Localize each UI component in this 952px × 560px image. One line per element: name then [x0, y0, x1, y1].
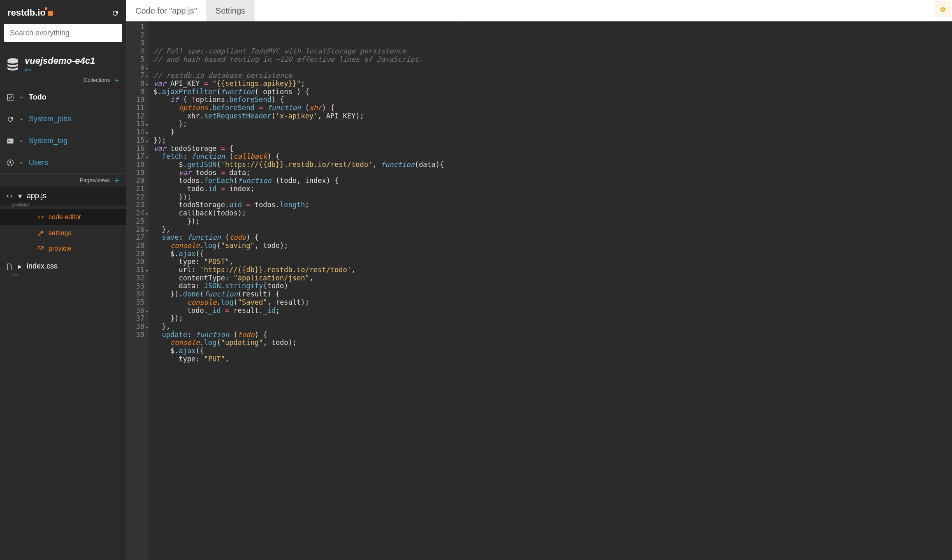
line-number: 11 [129, 104, 144, 112]
code-line [153, 64, 952, 72]
page-label: index.css [27, 262, 58, 271]
fold-marker-icon[interactable]: ▼ [146, 154, 148, 162]
line-number: 34 [129, 290, 144, 299]
line-number: 1 [129, 23, 144, 31]
page-subnav-preview[interactable]: preview [0, 241, 126, 257]
chevron-right-icon: ▸ [18, 262, 22, 271]
page-subnav-code-editor[interactable]: code editor [0, 209, 126, 225]
line-number: 15▼ [129, 137, 144, 145]
line-number: 32 [129, 274, 144, 282]
sidebar: restdb.io vuejsdemo-e4c1 pro Collections… [0, 0, 126, 560]
fold-marker-icon[interactable]: ▼ [146, 121, 148, 130]
line-number: 27 [129, 234, 144, 242]
sidebar-collection-users[interactable]: ▸Users [0, 152, 126, 174]
tab-code-for-app-js-[interactable]: Code for "app.js" [126, 0, 207, 21]
code-line: options.beforeSend = function (xhr) { [153, 104, 952, 112]
line-number: 8▼ [129, 80, 144, 88]
line-number: 20 [129, 177, 144, 185]
database-header[interactable]: vuejsdemo-e4c1 pro [0, 48, 126, 74]
fold-marker-icon[interactable]: ▼ [146, 211, 148, 219]
line-number: 33 [129, 282, 144, 291]
code-line: }); [153, 315, 952, 323]
line-number: 2 [129, 31, 144, 39]
main-area: Code for "app.js"Settings 123456▼7▼8▼910… [126, 0, 952, 560]
brand-text: restdb.io [7, 7, 46, 18]
line-number: 39 [129, 331, 144, 339]
code-line: $.ajaxPrefilter(function( options ) { [153, 88, 952, 96]
code-line: // Full spec-compliant TodoMVC with loca… [153, 47, 952, 56]
code-line: if ( !options.beforeSend) { [153, 96, 952, 104]
chevron-right-icon: ▸ [21, 160, 23, 165]
fold-marker-icon[interactable]: ▼ [146, 138, 148, 146]
fold-marker-icon[interactable]: ▼ [146, 130, 148, 138]
code-line: console.log("Saved", result); [153, 299, 952, 307]
code-line: }); [153, 193, 952, 201]
add-page-button[interactable] [113, 176, 121, 184]
pages-label: Pages/views [80, 177, 110, 183]
line-number: 23 [129, 201, 144, 209]
code-line: save: function (todo) { [153, 234, 952, 242]
code-editor[interactable]: 123456▼7▼8▼910111213▼14▼15▼1617▼18192021… [126, 21, 952, 560]
check-icon [6, 93, 15, 101]
add-collection-button[interactable] [113, 76, 121, 84]
line-number: 17▼ [129, 153, 144, 161]
line-number: 24▼ [129, 209, 144, 218]
subnav-label: code editor [49, 213, 81, 221]
line-number: 29 [129, 250, 144, 258]
fold-marker-icon[interactable]: ▼ [146, 267, 148, 275]
refresh-icon[interactable] [111, 8, 119, 18]
line-number: 13▼ [129, 120, 144, 128]
sidebar-collection-todo[interactable]: ▸Todo [0, 86, 126, 108]
search-input[interactable] [4, 24, 122, 42]
code-line: todos.forEach(function (todo, index) { [153, 177, 952, 185]
code-line: todo.id = index; [153, 185, 952, 193]
brand-mark-icon [48, 11, 53, 16]
code-line: }, [153, 323, 952, 331]
code-line: data: JSON.stringify(todo) [153, 282, 952, 290]
code-line: todo._id = result._id; [153, 307, 952, 315]
tab-bar: Code for "app.js"Settings [126, 0, 952, 21]
pages-section-header: Pages/views [0, 174, 126, 187]
code-line: type: "POST", [153, 258, 952, 266]
svg-point-2 [9, 161, 12, 163]
line-number: 21 [129, 185, 144, 193]
code-line: }); [153, 137, 952, 145]
database-plan-badge: pro [25, 67, 95, 72]
database-name: vuejsdemo-e4c1 [25, 56, 95, 66]
code-line: console.log("saving", todo); [153, 242, 952, 250]
page-subnav-settings[interactable]: settings [0, 225, 126, 241]
settings-gear-button[interactable] [935, 2, 950, 17]
terminal-icon [6, 137, 15, 145]
code-line: contentType: "application/json", [153, 274, 952, 282]
refresh-icon [6, 115, 15, 123]
line-number: 16 [129, 145, 144, 153]
code-line: var API_KEY = "{{settings.apikey}}"; [153, 80, 952, 88]
page-label: app.js [27, 192, 46, 200]
fold-marker-icon[interactable]: ▼ [146, 324, 148, 332]
line-number: 6▼ [129, 64, 144, 72]
line-number: 31▼ [129, 266, 144, 274]
fold-marker-icon[interactable]: ▼ [146, 65, 148, 73]
line-number: 36▼ [129, 307, 144, 315]
sidebar-collection-system_jobs[interactable]: ▸System_jobs [0, 108, 126, 130]
editor-code-area[interactable]: // Full spec-compliant TodoMVC with loca… [149, 21, 952, 560]
page-subtype: css [0, 273, 126, 277]
fold-marker-icon[interactable]: ▼ [146, 227, 148, 235]
code-line: url: 'https://{{db}}.restdb.io/rest/todo… [153, 266, 952, 274]
brand-logo[interactable]: restdb.io [7, 7, 53, 18]
fold-marker-icon[interactable]: ▼ [146, 81, 148, 89]
line-number: 25 [129, 218, 144, 226]
collection-label: System_log [29, 137, 67, 145]
code-line: xhr.setRequestHeader('x-apikey', API_KEY… [153, 112, 952, 120]
sidebar-collection-system_log[interactable]: ▸System_log [0, 130, 126, 152]
line-number: 12 [129, 112, 144, 120]
code-line: $.ajax({ [153, 347, 952, 355]
code-line: console.log("updating", todo); [153, 339, 952, 347]
svg-rect-0 [7, 139, 14, 143]
tab-settings[interactable]: Settings [207, 0, 255, 21]
fold-marker-icon[interactable]: ▼ [146, 73, 148, 81]
code-line: // restdb.io database persistence [153, 72, 952, 80]
fold-marker-icon[interactable]: ▼ [146, 308, 148, 316]
line-number: 30 [129, 258, 144, 266]
code-line: }).done(function(result) { [153, 290, 952, 299]
